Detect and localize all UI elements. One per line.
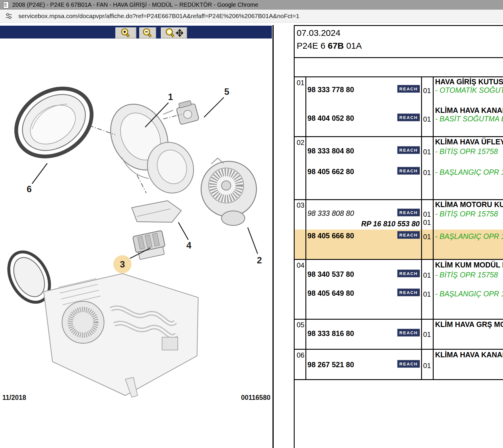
callout-1[interactable]: 1: [168, 92, 173, 102]
table-bottom-border: [294, 379, 503, 380]
callout-6[interactable]: 6: [27, 184, 31, 195]
part-code-suffix: 01A: [344, 41, 362, 50]
part-note: - BİTİŞ OPR 15758: [435, 210, 498, 218]
part-title: KLİMA MOTORU KUM: [435, 200, 503, 209]
quantity: 01: [423, 362, 431, 370]
part-3-resistor: [133, 230, 167, 260]
quantity: 01: [423, 218, 431, 227]
part-number: RP 16 810 553 80: [361, 220, 420, 228]
part-number: 98 340 537 80: [307, 270, 354, 279]
part-6-seal: [3, 75, 105, 170]
panel-date: 07.03.2024: [297, 28, 340, 38]
row-item-number: 01: [297, 79, 305, 87]
quantity: 01: [423, 330, 431, 339]
col-border-qty: [433, 76, 434, 379]
part-number: 98 404 052 80: [307, 114, 354, 123]
callout-5[interactable]: 5: [224, 87, 229, 97]
page-part-code: P24E 6 67B 01A: [297, 41, 362, 51]
panel-divider: [272, 25, 274, 448]
part-code-bold: 67B: [328, 41, 344, 50]
plate-number: 00116580: [213, 394, 270, 402]
row-item-number: 04: [297, 261, 305, 270]
part-number: 98 405 649 80: [307, 289, 354, 298]
reach-badge[interactable]: REACH: [397, 167, 420, 175]
col-border-part: [421, 76, 422, 379]
header-rule: [294, 57, 503, 58]
part-note: - BASİT SOĞUTMA BA: [435, 115, 503, 123]
row-border: [294, 319, 503, 320]
table-left-border: [294, 25, 295, 448]
row-border: [294, 349, 503, 350]
part-title: KLİM KUM MODÜL DS: [435, 261, 503, 269]
part-5-actuator: [175, 99, 199, 125]
part-number: 98 333 808 80: [307, 209, 354, 218]
reach-badge[interactable]: REACH: [397, 209, 420, 216]
reach-badge[interactable]: REACH: [397, 146, 420, 154]
part-title: KLİMA HAVA KANALI: [435, 351, 503, 359]
part-title: KLİM HAVA GRŞ MOT: [435, 320, 503, 329]
callout-4[interactable]: 4: [186, 240, 191, 251]
row-border: [294, 259, 503, 260]
reach-badge[interactable]: REACH: [397, 288, 420, 296]
plate-date: 11/2018: [2, 394, 26, 402]
reach-badge[interactable]: REACH: [397, 85, 420, 93]
browser-window: 2008 (P24E) - P24E 6 67B01A - FAN - HAVA…: [0, 0, 503, 448]
part-title: KLİMA HAVA ÜFLEYİC: [435, 138, 503, 146]
quantity: 01: [423, 233, 431, 241]
exploded-parts-diagram: [0, 0, 294, 448]
part-note: - BAŞLANGIÇ OPR 15: [435, 168, 503, 176]
quantity: 01: [423, 271, 431, 279]
row-item-number: 05: [297, 321, 305, 329]
row-item-number: 02: [297, 139, 305, 147]
quantity: 01: [423, 169, 431, 177]
quantity: 01: [423, 148, 431, 156]
assembled-unit: [44, 274, 198, 397]
part-number: 98 405 666 80: [307, 232, 354, 240]
part-note: - BİTİŞ OPR 15758: [435, 271, 498, 279]
part-code-prefix: P24E 6: [297, 41, 328, 50]
quantity: 01: [423, 290, 431, 298]
quantity: 01: [423, 87, 431, 95]
col-border-item: [305, 76, 306, 379]
part-number: 98 405 662 80: [307, 167, 354, 176]
part-note: - BAŞLANGIÇ OPR 15: [435, 232, 503, 241]
part-number: 98 333 816 80: [307, 329, 354, 338]
part-note: - OTOMATİK SOĞUTM: [435, 86, 503, 94]
row-item-number: 06: [297, 351, 305, 359]
part-note: - BİTİŞ OPR 15758: [435, 147, 498, 156]
callout-3[interactable]: 3: [120, 259, 125, 270]
reach-badge[interactable]: REACH: [397, 113, 420, 121]
row-border: [294, 136, 503, 137]
reach-badge[interactable]: REACH: [397, 231, 420, 239]
quantity: 01: [423, 210, 431, 218]
part-note: - BAŞLANGIÇ OPR 15: [435, 290, 503, 298]
row-item-number: 03: [297, 201, 305, 209]
table-top-border: [294, 76, 503, 77]
part-number: 98 333 804 80: [307, 147, 354, 155]
part-number: 98 267 521 80: [307, 360, 354, 369]
callout-2[interactable]: 2: [257, 255, 262, 266]
reach-badge[interactable]: REACH: [397, 329, 420, 337]
header-top-border: [294, 25, 503, 26]
row-border: [294, 199, 503, 200]
part-number: 98 333 778 80: [307, 85, 354, 94]
reach-badge[interactable]: REACH: [397, 270, 420, 277]
quantity: 01: [423, 115, 431, 123]
part-title: HAVA GİRİŞ KUTUSU: [435, 78, 503, 86]
reach-badge[interactable]: REACH: [397, 360, 420, 368]
part-2-blower: [201, 158, 256, 225]
part-4-cover: [132, 201, 181, 222]
part-title: KLİMA HAVA KANALI: [435, 106, 503, 115]
